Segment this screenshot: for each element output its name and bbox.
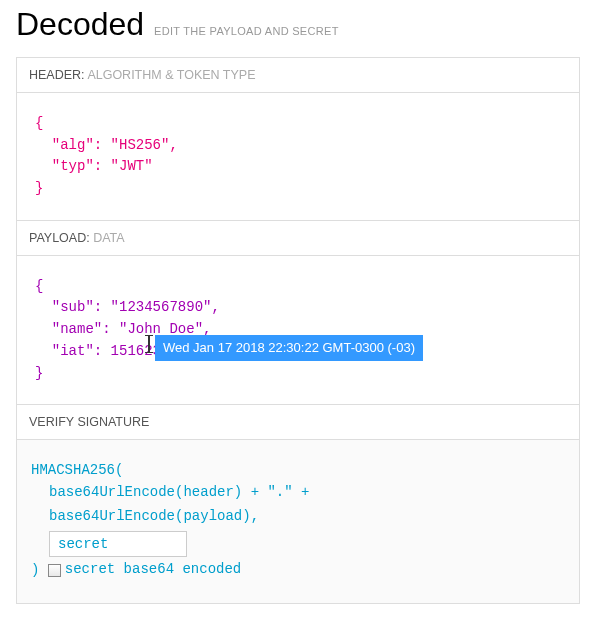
payload-label: PAYLOAD: bbox=[29, 231, 90, 245]
secret-base64-label: secret base64 encoded bbox=[65, 559, 241, 581]
signature-line-2: base64UrlEncode(payload), bbox=[49, 506, 565, 528]
timestamp-tooltip: Wed Jan 17 2018 22:30:22 GMT-0300 (-03) bbox=[155, 335, 423, 361]
page-title-row: Decoded EDIT THE PAYLOAD AND SECRET bbox=[16, 0, 580, 57]
signature-editor: HMACSHA256( base64UrlEncode(header) + ".… bbox=[17, 439, 579, 603]
page-title: Decoded bbox=[16, 6, 144, 43]
header-sublabel: ALGORITHM & TOKEN TYPE bbox=[87, 68, 255, 82]
secret-base64-checkbox[interactable] bbox=[48, 564, 61, 577]
header-editor[interactable]: { "alg": "HS256", "typ": "JWT" } bbox=[17, 92, 579, 220]
payload-sublabel: DATA bbox=[93, 231, 124, 245]
signature-fn-close: ) bbox=[31, 562, 39, 578]
signature-section-heading: VERIFY SIGNATURE bbox=[17, 404, 579, 439]
header-label: HEADER: bbox=[29, 68, 85, 82]
page-subtitle: EDIT THE PAYLOAD AND SECRET bbox=[154, 25, 339, 37]
header-json[interactable]: { "alg": "HS256", "typ": "JWT" } bbox=[35, 113, 561, 200]
text-cursor-icon bbox=[145, 336, 153, 354]
decoded-panel: HEADER: ALGORITHM & TOKEN TYPE { "alg": … bbox=[16, 57, 580, 604]
header-section-heading: HEADER: ALGORITHM & TOKEN TYPE bbox=[17, 58, 579, 92]
secret-input[interactable] bbox=[49, 531, 187, 557]
signature-label: VERIFY SIGNATURE bbox=[29, 415, 149, 429]
payload-json[interactable]: { "sub": "1234567890", "name": "John Doe… bbox=[35, 276, 561, 384]
signature-fn-open: HMACSHA256( bbox=[31, 460, 565, 482]
payload-editor[interactable]: { "sub": "1234567890", "name": "John Doe… bbox=[17, 255, 579, 404]
payload-section-heading: PAYLOAD: DATA bbox=[17, 220, 579, 255]
signature-line-1: base64UrlEncode(header) + "." + bbox=[49, 482, 565, 504]
